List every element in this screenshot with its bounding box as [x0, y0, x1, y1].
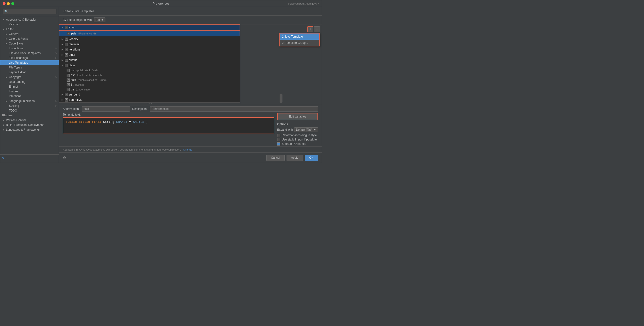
sidebar-item-language-injections[interactable]: ▶ Language Injections ⚙ — [0, 99, 59, 103]
group-checkbox-iterations[interactable] — [65, 48, 68, 51]
sidebar-item-file-code-templates[interactable]: File and Code Templates ⚙ — [0, 51, 59, 55]
search-input[interactable] — [3, 9, 56, 14]
options-title: Options — [277, 123, 318, 126]
sidebar-item-inspections[interactable]: Inspections ⚙ — [0, 46, 59, 51]
group-checkbox-other[interactable] — [65, 53, 68, 56]
sidebar-item-data-binding[interactable]: Data Binding — [0, 79, 59, 84]
sidebar-item-intentions[interactable]: Intentions — [0, 94, 59, 99]
template-row-psf[interactable]: psf (public static final) — [59, 68, 240, 73]
group-header-zen-html[interactable]: ▶ Zen HTML — [59, 97, 240, 102]
expand-with-dropdown[interactable]: Default (Tab) ▼ — [294, 127, 318, 132]
change-link[interactable]: Change — [183, 148, 192, 151]
group-header-iterations[interactable]: ▶ iterations — [59, 47, 240, 52]
group-name-groovy: Groovy — [69, 37, 78, 41]
sidebar-item-emmet[interactable]: Emmet — [0, 84, 59, 89]
expand-with-row: Expand with Default (Tab) ▼ — [277, 127, 318, 132]
remove-button[interactable]: − — [314, 26, 320, 32]
group-checkbox-surround[interactable] — [65, 93, 68, 96]
expand-default-row: By default expand with Tab ▼ — [59, 15, 322, 24]
ok-button[interactable]: OK — [305, 155, 318, 161]
dropdown-item-template-group[interactable]: 2. Template Group... — [280, 40, 319, 46]
group-header-groovy[interactable]: ▶ Groovy — [59, 36, 240, 42]
template-row-thr[interactable]: thr (throw new) — [59, 87, 240, 92]
sidebar-item-code-style[interactable]: ▶ Code Style — [0, 41, 59, 46]
template-row-psfs-plain[interactable]: psfs (public static final String) — [59, 77, 240, 82]
group-checkbox-zen-html[interactable] — [65, 98, 68, 101]
help-button[interactable]: ? — [2, 157, 4, 161]
group-name-html-xml: html/xml — [69, 43, 80, 46]
item-name-psfs-chw: psfs — [71, 32, 76, 35]
item-name-thr: thr — [71, 88, 74, 91]
group-checkbox-html-xml[interactable] — [65, 43, 68, 46]
template-row-psfs-chw[interactable]: psfs (Preference id) — [59, 31, 240, 36]
group-header-html-xml[interactable]: ▶ html/xml — [59, 42, 240, 47]
group-header-other[interactable]: ▶ other — [59, 52, 240, 57]
minimize-button[interactable] — [7, 2, 10, 5]
cancel-button[interactable]: Cancel — [266, 155, 284, 161]
sidebar-item-build-execution[interactable]: ▶ Build, Execution, Deployment — [0, 123, 59, 127]
apply-button[interactable]: Apply — [286, 155, 303, 161]
template-row-psfi[interactable]: psfi (public static final int) — [59, 73, 240, 77]
close-button[interactable] — [3, 2, 6, 5]
item-checkbox-st[interactable] — [66, 83, 70, 86]
template-row-st[interactable]: St (String) — [59, 82, 240, 87]
item-checkbox-psf[interactable] — [66, 69, 70, 72]
item-checkbox-psfs-chw[interactable] — [67, 32, 70, 35]
detail-right-panel: + − 1. Live Template 2. Template Group..… — [240, 24, 322, 104]
sidebar-item-version-control[interactable]: ▶ Version Control — [0, 118, 59, 123]
sidebar-item-plugins[interactable]: Plugins — [0, 113, 59, 118]
templates-list: ▼ chw psfs (Preference id) ▶ — [59, 24, 240, 104]
applicable-text-row: Applicable in Java; Java: statement, exp… — [59, 146, 322, 152]
maximize-button[interactable] — [11, 2, 14, 5]
edit-variables-button[interactable]: Edit variables — [277, 113, 318, 120]
sidebar-item-copyright[interactable]: ▶ Copyright ⚙ — [0, 75, 59, 79]
scrollbar-thumb[interactable] — [280, 94, 282, 103]
template-group-plain: ▼ plain psf (public static final) psfi — [59, 63, 240, 92]
reformat-label: Reformat according to style — [282, 134, 317, 137]
help-area: ? — [0, 154, 59, 163]
sidebar-item-todo[interactable]: TODO — [0, 108, 59, 113]
group-header-plain[interactable]: ▼ plain — [59, 63, 240, 68]
sidebar-item-appearance[interactable]: ▶ Appearance & Behavior — [0, 17, 59, 22]
sidebar-item-file-encodings[interactable]: File Encodings ⚙ — [0, 55, 59, 60]
sidebar-item-layout-editor[interactable]: Layout Editor — [0, 70, 59, 75]
group-checkbox-plain[interactable] — [65, 64, 68, 67]
sidebar-item-general[interactable]: ▶ General — [0, 31, 59, 36]
sidebar-item-live-templates[interactable]: Live Templates — [0, 60, 59, 65]
add-button[interactable]: + — [308, 26, 313, 32]
group-checkbox-output[interactable] — [65, 59, 68, 62]
template-code-editor[interactable]: public static final String $NAME$ = $nam… — [63, 117, 274, 134]
group-header-output[interactable]: ▶ output — [59, 57, 240, 63]
abbreviation-input[interactable] — [82, 106, 130, 111]
sidebar-item-editor[interactable]: ▼ Editor — [0, 27, 59, 31]
group-checkbox-chw[interactable] — [65, 26, 68, 29]
item-name-psfi: psfi — [71, 73, 75, 77]
tab-bar: objectOutputStream.java × — [288, 2, 319, 5]
gear-icon: ⚙ — [54, 105, 57, 107]
description-input[interactable] — [150, 106, 318, 111]
group-header-chw[interactable]: ▼ chw — [59, 24, 240, 31]
group-checkbox-groovy[interactable] — [65, 37, 68, 41]
sidebar-item-images[interactable]: Images — [0, 89, 59, 94]
static-import-label: Use static import if possible — [282, 138, 317, 141]
item-checkbox-thr[interactable] — [66, 88, 70, 91]
tab-item[interactable]: objectOutputStream.java × — [288, 2, 319, 5]
group-header-surround[interactable]: ▶ surround — [59, 92, 240, 97]
static-import-checkbox[interactable] — [277, 138, 280, 141]
item-checkbox-psfi[interactable] — [66, 74, 70, 77]
expand-icon: ▼ — [61, 26, 64, 29]
sidebar-item-keymap[interactable]: Keymap — [0, 22, 59, 27]
shorten-fq-checkbox[interactable] — [277, 142, 280, 146]
right-actions: Edit variables Options Expand with Defau… — [277, 113, 318, 146]
sidebar-item-languages-frameworks[interactable]: ▶ Languages & Frameworks — [0, 127, 59, 132]
reformat-checkbox[interactable] — [277, 134, 280, 137]
sidebar-item-spelling[interactable]: Spelling ⚙ — [0, 103, 59, 108]
title-bar: Preferences objectOutputStream.java × — [0, 0, 322, 7]
detail-area: Abbreviation: Description: Template text… — [59, 104, 322, 146]
dropdown-item-live-template[interactable]: 1. Live Template — [280, 33, 319, 40]
expand-dropdown[interactable]: Tab ▼ — [94, 17, 106, 22]
sidebar-item-file-types[interactable]: File Types — [0, 65, 59, 70]
item-checkbox-psfs-plain[interactable] — [66, 78, 70, 82]
settings-gear-icon[interactable]: ⚙ — [63, 156, 66, 160]
sidebar-item-colors-fonts[interactable]: ▶ Colors & Fonts — [0, 36, 59, 41]
